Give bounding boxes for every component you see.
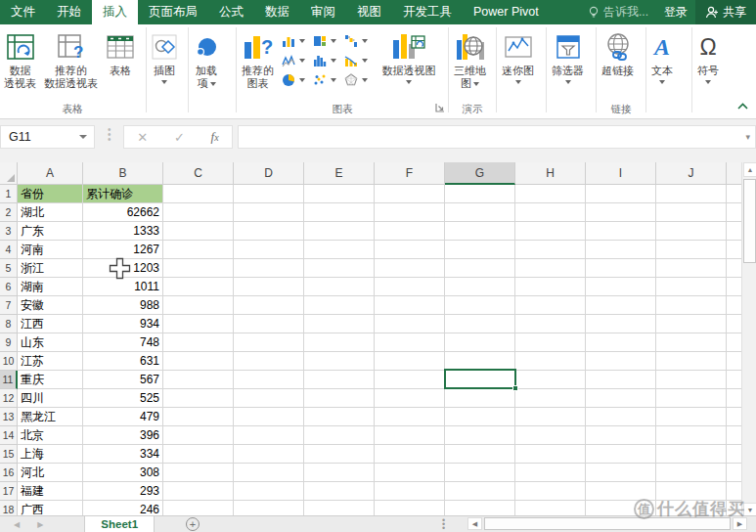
cell-C13[interactable] xyxy=(163,408,234,426)
recommended-pivottable-button[interactable]: ? 推荐的 数据透视表 xyxy=(40,27,102,90)
cell-G9[interactable] xyxy=(445,333,515,352)
cell-G16[interactable] xyxy=(445,464,515,482)
cell-A14[interactable]: 北京 xyxy=(18,426,83,445)
cell-D6[interactable] xyxy=(234,278,304,296)
cell-B7[interactable]: 988 xyxy=(83,296,163,315)
slicer-button[interactable]: 筛选器 xyxy=(548,27,588,84)
cell-A9[interactable]: 山东 xyxy=(18,333,83,352)
row-header-15[interactable]: 15 xyxy=(0,445,18,464)
cell-partial[interactable] xyxy=(727,445,741,464)
cell-F2[interactable] xyxy=(375,203,445,222)
column-header-B[interactable]: B xyxy=(83,162,163,185)
cell-I13[interactable] xyxy=(586,408,656,426)
select-all-corner[interactable] xyxy=(0,162,18,185)
cell-J7[interactable] xyxy=(656,296,727,315)
pivotchart-button[interactable]: 数据透视图 xyxy=(372,27,446,84)
row-header-14[interactable]: 14 xyxy=(0,426,18,445)
cell-F17[interactable] xyxy=(375,482,445,501)
row-header-6[interactable]: 6 xyxy=(0,278,18,296)
name-box-dropdown-icon[interactable] xyxy=(79,135,87,139)
cell-H15[interactable] xyxy=(515,445,586,464)
cell-B17[interactable]: 293 xyxy=(83,482,163,501)
cell-D14[interactable] xyxy=(234,426,304,445)
new-sheet-icon[interactable]: + xyxy=(186,517,200,531)
cell-I15[interactable] xyxy=(586,445,656,464)
cell-J16[interactable] xyxy=(656,464,727,482)
cell-A8[interactable]: 江西 xyxy=(18,315,83,333)
combo-chart-button[interactable] xyxy=(340,51,372,70)
pivottable-button[interactable]: 数据 透视表 xyxy=(0,27,40,90)
cell-D9[interactable] xyxy=(234,333,304,352)
cell-C6[interactable] xyxy=(163,278,234,296)
cell-J11[interactable] xyxy=(656,371,727,389)
cell-C2[interactable] xyxy=(163,203,234,222)
cell-E6[interactable] xyxy=(304,278,375,296)
cell-C7[interactable] xyxy=(163,296,234,315)
cell-G18[interactable] xyxy=(445,501,515,515)
cell-J14[interactable] xyxy=(656,426,727,445)
cell-G4[interactable] xyxy=(445,241,515,259)
cell-D11[interactable] xyxy=(234,371,304,389)
cell-A1[interactable]: 省份 xyxy=(18,185,83,203)
cell-C8[interactable] xyxy=(163,315,234,333)
row-header-5[interactable]: 5 xyxy=(0,259,18,278)
row-header-10[interactable]: 10 xyxy=(0,352,18,371)
cell-I8[interactable] xyxy=(586,315,656,333)
cell-I16[interactable] xyxy=(586,464,656,482)
cell-H9[interactable] xyxy=(515,333,586,352)
cell-C10[interactable] xyxy=(163,352,234,371)
cell-G1[interactable] xyxy=(445,185,515,203)
cell-partial[interactable] xyxy=(727,464,741,482)
cell-G5[interactable] xyxy=(445,259,515,278)
cell-J2[interactable] xyxy=(656,203,727,222)
cell-J1[interactable] xyxy=(656,185,727,203)
cell-F6[interactable] xyxy=(375,278,445,296)
cell-G13[interactable] xyxy=(445,408,515,426)
cell-E1[interactable] xyxy=(304,185,375,203)
cell-E15[interactable] xyxy=(304,445,375,464)
table-button[interactable]: 表格 xyxy=(102,27,139,77)
line-chart-button[interactable] xyxy=(278,51,309,70)
cell-H8[interactable] xyxy=(515,315,586,333)
addins-button[interactable]: 加载 项 xyxy=(190,27,223,90)
cell-F3[interactable] xyxy=(375,222,445,241)
cell-D13[interactable] xyxy=(234,408,304,426)
cell-H17[interactable] xyxy=(515,482,586,501)
cell-E2[interactable] xyxy=(304,203,375,222)
cell-J4[interactable] xyxy=(656,241,727,259)
fill-handle[interactable] xyxy=(512,385,518,391)
row-header-9[interactable]: 9 xyxy=(0,333,18,352)
cell-B14[interactable]: 396 xyxy=(83,426,163,445)
cell-D4[interactable] xyxy=(234,241,304,259)
cell-partial[interactable] xyxy=(727,241,741,259)
column-header-D[interactable]: D xyxy=(234,162,304,185)
cell-A18[interactable]: 广西 xyxy=(18,501,83,515)
row-header-12[interactable]: 12 xyxy=(0,389,18,408)
cell-I12[interactable] xyxy=(586,389,656,408)
sheet-tab-sheet1[interactable]: Sheet1 xyxy=(84,516,155,532)
cell-E17[interactable] xyxy=(304,482,375,501)
cell-J12[interactable] xyxy=(656,389,727,408)
enter-icon[interactable]: ✓ xyxy=(174,130,185,145)
column-header-E[interactable]: E xyxy=(304,162,375,185)
cell-E10[interactable] xyxy=(304,352,375,371)
row-header-8[interactable]: 8 xyxy=(0,315,18,333)
cell-B8[interactable]: 934 xyxy=(83,315,163,333)
cell-F14[interactable] xyxy=(375,426,445,445)
cell-G8[interactable] xyxy=(445,315,515,333)
tell-me-box[interactable]: 告诉我... xyxy=(580,0,656,24)
column-header-H[interactable]: H xyxy=(515,162,586,185)
cell-I10[interactable] xyxy=(586,352,656,371)
cell-F5[interactable] xyxy=(375,259,445,278)
cell-partial[interactable] xyxy=(727,371,741,389)
cell-A11[interactable]: 重庆 xyxy=(18,371,83,389)
ribbon-tab-页面布局[interactable]: 页面布局 xyxy=(138,0,208,24)
insert-function-icon[interactable]: fx xyxy=(211,129,219,145)
cell-E9[interactable] xyxy=(304,333,375,352)
cell-H2[interactable] xyxy=(515,203,586,222)
cell-D10[interactable] xyxy=(234,352,304,371)
cell-G7[interactable] xyxy=(445,296,515,315)
cell-I4[interactable] xyxy=(586,241,656,259)
share-button[interactable]: 共享 xyxy=(695,0,756,24)
cell-C18[interactable] xyxy=(163,501,234,515)
